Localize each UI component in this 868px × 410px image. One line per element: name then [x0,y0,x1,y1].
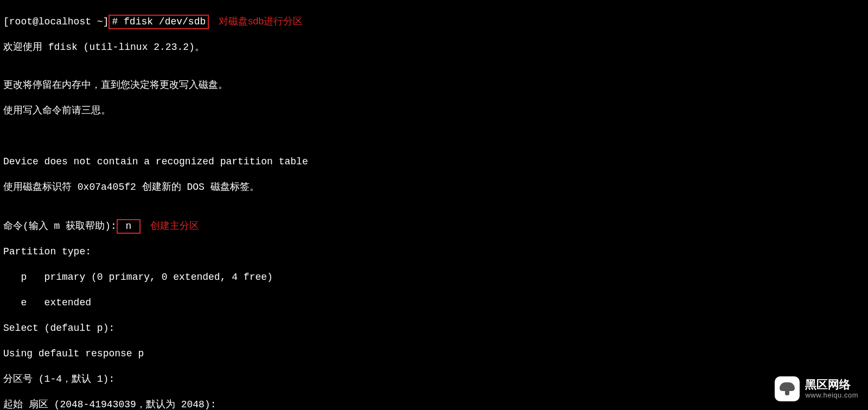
line-select-default: Select (default p): [3,322,865,335]
line-ptype-p: p primary (0 primary, 0 extended, 4 free… [3,271,865,284]
line-first-sector: 起始 扇区 (2048-41943039，默认为 2048): [3,399,865,411]
line-using-default-p: Using default response p [3,348,865,361]
line-ptype-header: Partition type: [3,246,865,259]
terminal-output[interactable]: [root@localhost ~]# fdisk /dev/sdb对磁盘sdb… [0,0,868,410]
mushroom-icon [775,376,800,401]
line-welcome: 欢迎使用 fdisk (util-linux 2.23.2)。 [3,41,865,54]
cmd-prompt-1: 命令(输入 m 获取帮助): [3,221,117,232]
line-part-num: 分区号 (1-4，默认 1): [3,373,865,386]
watermark: 黑区网络 www.heiqu.com [775,376,858,401]
boxed-command-fdisk: # fdisk /dev/sdb [108,15,209,30]
boxed-input-n: n [117,219,141,234]
line-mem-note1: 更改将停留在内存中，直到您决定将更改写入磁盘。 [3,79,865,92]
watermark-title: 黑区网络 [805,378,858,391]
line-no-part-table: Device does not contain a recognized par… [3,156,865,169]
watermark-url: www.heiqu.com [805,392,858,400]
line-ptype-e: e extended [3,297,865,310]
line-dos-label: 使用磁盘标识符 0x07a405f2 创建新的 DOS 磁盘标签。 [3,181,865,194]
annotation-fdisk: 对磁盘sdb进行分区 [209,16,303,27]
shell-prompt: [root@localhost ~] [3,16,108,27]
line-mem-note2: 使用写入命令前请三思。 [3,105,865,118]
annotation-n: 创建主分区 [141,220,199,231]
